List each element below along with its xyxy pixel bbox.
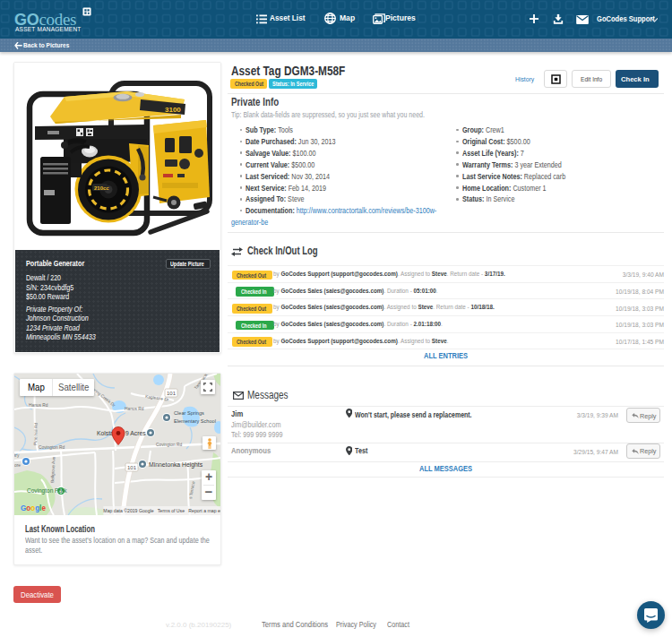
svg-text:101: 101 <box>127 465 137 470</box>
svg-text:Covington Park: Covington Park <box>27 487 67 495</box>
svg-text:Elementary School: Elementary School <box>174 418 216 424</box>
svg-text:3100: 3100 <box>165 106 181 114</box>
svg-text:Hanus Rd: Hanus Rd <box>125 407 144 411</box>
svg-text:Pine Hill Rd: Pine Hill Rd <box>33 422 39 445</box>
svg-text:210cc: 210cc <box>94 185 109 191</box>
svg-text:Covington Rd: Covington Rd <box>156 443 182 447</box>
svg-text:Clear Springs: Clear Springs <box>174 410 204 416</box>
svg-text:Minnetonka Heights: Minnetonka Heights <box>149 461 203 469</box>
svg-text:9 Acres: 9 Acres <box>125 430 146 436</box>
svg-text:try: try <box>14 453 20 458</box>
svg-text:101: 101 <box>167 391 177 396</box>
svg-text:Hanus Rd: Hanus Rd <box>29 403 48 408</box>
svg-text:ore: ore <box>14 463 21 468</box>
svg-text:Covington Rd: Covington Rd <box>39 445 65 450</box>
